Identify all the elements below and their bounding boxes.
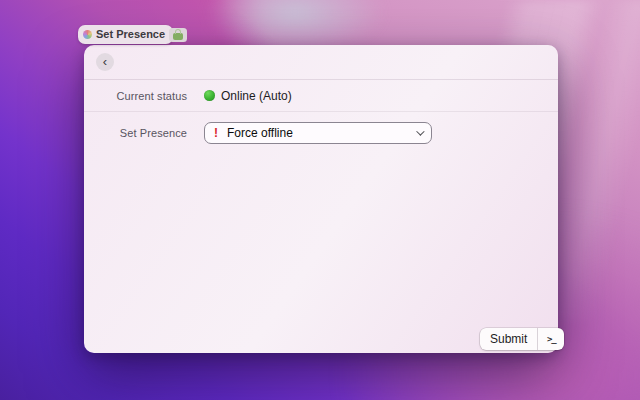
window-title-tab[interactable]: Set Presence	[78, 25, 173, 44]
secure-lock-badge	[169, 28, 187, 42]
back-button[interactable]: ‹	[96, 53, 114, 71]
set-presence-control-group: ! Force offline	[204, 122, 432, 144]
presence-selected-option: Force offline	[227, 126, 293, 140]
terminal-prompt-icon: >_	[547, 334, 556, 344]
terminal-button[interactable]: >_	[538, 328, 564, 350]
current-status-row: Current status Online (Auto)	[84, 80, 558, 111]
app-pinwheel-icon	[83, 30, 92, 39]
current-status-value: Online (Auto)	[221, 89, 292, 103]
chevron-down-icon	[416, 127, 424, 135]
set-presence-label: Set Presence	[84, 127, 187, 139]
submit-split-button: Submit >_	[480, 328, 564, 350]
lock-icon	[173, 33, 183, 40]
current-status-label: Current status	[84, 90, 187, 102]
chevron-left-icon: ‹	[103, 55, 107, 68]
set-presence-window: ‹ Current status Online (Auto) Set Prese…	[84, 45, 558, 353]
warning-exclamation-icon: !	[214, 126, 218, 140]
tab-title: Set Presence	[96, 25, 165, 44]
window-titlebar: ‹	[84, 45, 558, 80]
presence-form: Current status Online (Auto) Set Presenc…	[84, 80, 558, 144]
presence-select[interactable]: ! Force offline	[204, 122, 432, 144]
submit-button[interactable]: Submit	[480, 328, 537, 350]
online-status-dot-icon	[204, 90, 215, 101]
set-presence-row: Set Presence ! Force offline	[84, 112, 558, 144]
current-status-value-group: Online (Auto)	[204, 89, 292, 103]
